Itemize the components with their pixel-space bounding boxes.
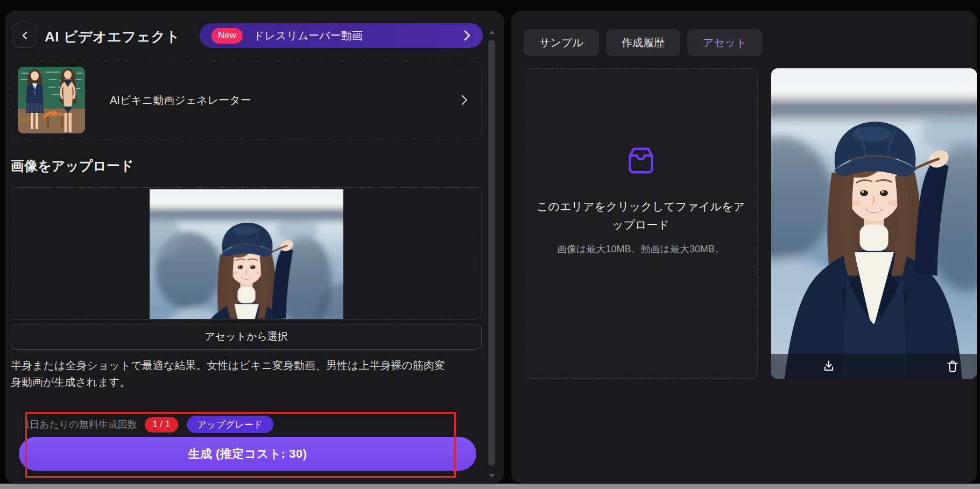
asset-thumbnail-card[interactable] [771,68,977,379]
tab-assets[interactable]: アセット [687,29,763,56]
result-description: 半身または全身ショットで最適な結果。女性はビキニ変身動画、男性は上半身裸の筋肉変… [11,357,451,391]
chevron-right-icon [461,94,468,106]
page-title: AI ビデオエフェクト [45,27,180,46]
dress-remover-banner[interactable]: New ドレスリムーバー動画 [200,23,483,48]
new-badge: New [211,28,243,44]
free-quota-label: 1日あたりの無料生成回数 [24,418,137,431]
asset-action-bar [771,354,977,379]
back-button[interactable] [12,23,37,48]
scrollbar-thumb[interactable] [488,40,495,466]
upgrade-button[interactable]: アップグレード [187,416,273,433]
trash-icon[interactable] [946,359,960,373]
scroll-down-arrow-icon[interactable] [489,474,495,478]
asset-upload-dropzone[interactable]: このエリアをクリックしてファイルをアップロード 画像は最大10MB、動画は最大3… [524,68,758,379]
free-quota-row: 1日あたりの無料生成回数 1 / 1 アップグレード [24,415,273,434]
dropzone-size-limits: 画像は最大10MB、動画は最大30MB。 [557,243,724,256]
chevron-left-icon [21,31,29,40]
tab-samples[interactable]: サンプル [524,29,599,56]
bikini-generator-thumbnail [18,67,85,133]
chevron-right-icon [463,30,471,41]
left-panel-scrollbar[interactable] [488,30,495,478]
uploaded-image-preview [150,188,343,319]
upload-section-heading: 画像をアップロード [11,157,134,175]
generate-button[interactable]: 生成 (推定コスト: 30) [19,437,476,471]
download-icon[interactable] [822,359,836,373]
banner-label: ドレスリムーバー動画 [253,29,363,43]
dropzone-title: このエリアをクリックしてファイルをアップロード [533,197,749,234]
upload-inbox-icon [625,146,657,175]
asset-image [771,68,977,379]
select-from-assets-button[interactable]: アセットから選択 [11,324,482,350]
bikini-generator-card[interactable]: AIビキニ動画ジェネレーター [11,61,482,139]
effect-settings-panel: AI ビデオエフェクト New ドレスリムーバー動画 AIビキニ動画ジェネレータ… [5,11,504,483]
scroll-up-arrow-icon[interactable] [489,30,495,34]
quota-count-badge: 1 / 1 [145,417,178,433]
tab-history[interactable]: 作成履歴 [606,29,680,56]
library-tabs: サンプル 作成履歴 アセット [524,29,763,56]
horizontal-scrollbar[interactable] [0,484,980,489]
bikini-generator-title: AIビキニ動画ジェネレーター [110,93,251,108]
library-panel: サンプル 作成履歴 アセット このエリアをクリックしてファイルをアップロード 画… [511,11,977,483]
image-upload-dropzone[interactable] [11,187,482,320]
